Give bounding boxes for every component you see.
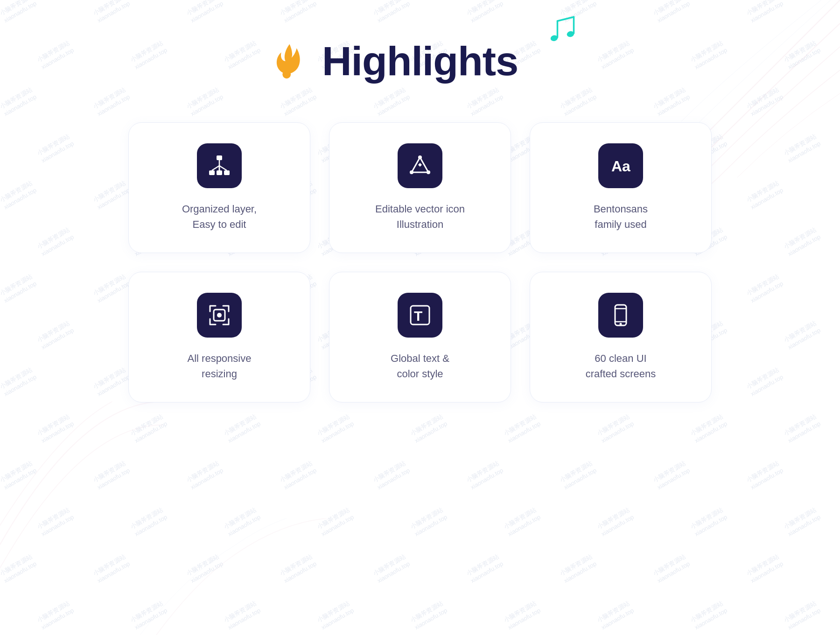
svg-rect-6 [217, 155, 222, 160]
card-icon-mobile [598, 293, 643, 338]
svg-point-15 [418, 155, 422, 159]
card-label-bentonsans: Bentonsans family used [594, 201, 648, 232]
card-label-clean-ui: 60 clean UI crafted screens [586, 351, 656, 381]
card-responsive: All responsive resizing [128, 272, 310, 402]
svg-text:Aa: Aa [611, 158, 630, 175]
card-global-text: T Global text & color style [329, 272, 511, 402]
card-bentonsans: Aa Bentonsans family used [530, 122, 712, 253]
svg-text:T: T [414, 308, 422, 324]
card-label-global-text: Global text & color style [391, 351, 449, 381]
cards-grid: Organized layer, Easy to edit Edit [128, 122, 712, 402]
card-icon-layers [197, 143, 242, 188]
flame-icon [271, 42, 304, 81]
svg-line-12 [219, 166, 227, 170]
svg-point-20 [217, 313, 222, 318]
svg-line-11 [212, 166, 219, 170]
svg-rect-7 [209, 170, 215, 175]
svg-rect-9 [224, 170, 230, 175]
card-icon-font: Aa [598, 143, 643, 188]
card-icon-text: T [398, 293, 442, 338]
svg-line-1 [558, 17, 574, 21]
header-section: Highlights [322, 37, 518, 85]
svg-point-16 [427, 170, 430, 174]
card-icon-vector [398, 143, 442, 188]
card-label-vector: Editable vector icon Illustration [375, 201, 465, 232]
card-editable-vector: Editable vector icon Illustration [329, 122, 511, 253]
card-clean-ui: 60 clean UI crafted screens [530, 272, 712, 402]
svg-point-26 [620, 323, 622, 325]
svg-point-17 [410, 170, 413, 174]
music-icon [546, 14, 579, 46]
card-icon-responsive [197, 293, 242, 338]
svg-rect-23 [615, 305, 626, 325]
card-label-organized: Organized layer, Easy to edit [182, 201, 257, 232]
page-title: Highlights [322, 37, 518, 85]
card-label-responsive: All responsive resizing [188, 351, 252, 381]
svg-rect-8 [217, 170, 222, 175]
svg-point-0 [282, 70, 291, 78]
card-organized-layer: Organized layer, Easy to edit [128, 122, 310, 253]
